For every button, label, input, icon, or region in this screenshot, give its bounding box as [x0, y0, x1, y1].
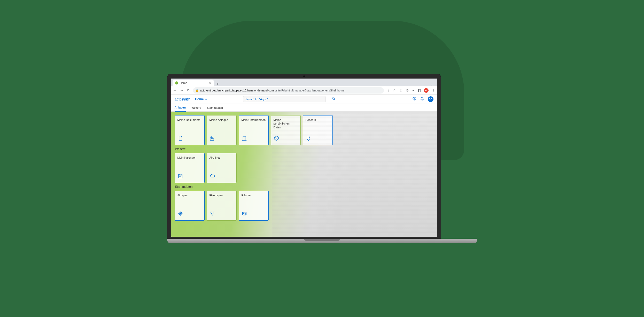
- forward-button[interactable]: →: [180, 88, 183, 92]
- home-label: Home: [195, 97, 204, 101]
- cloud-icon: [210, 173, 234, 180]
- webcam: [303, 75, 305, 77]
- svg-rect-4: [243, 136, 246, 141]
- browser-tab-strip: Home × + ⌄: [171, 79, 437, 86]
- browser-toolbar: ← → ⟳ 🔒 actovent-dev.launchpad.cfapps.eu…: [171, 86, 437, 95]
- emoji-icon[interactable]: ☺: [399, 88, 402, 92]
- search-input[interactable]: [245, 98, 323, 101]
- tile-filtertypen[interactable]: Filtertypen: [207, 191, 237, 221]
- url-path: /site/Frischtluftmanager?sap-language=en…: [275, 89, 345, 92]
- close-tab-icon[interactable]: ×: [209, 81, 211, 85]
- panel-icon[interactable]: ◧: [418, 88, 421, 92]
- snowflake-icon: [177, 211, 202, 218]
- section-title-weitere: Weitere: [175, 147, 433, 151]
- factory-icon: [210, 135, 234, 142]
- svg-point-9: [243, 213, 244, 214]
- laptop-base: [167, 239, 477, 243]
- tile-sensors[interactable]: Sensors: [303, 115, 333, 145]
- extensions-icon[interactable]: ✦: [412, 88, 415, 92]
- calendar-icon: [177, 173, 202, 180]
- tab-anlagen[interactable]: Anlagen: [175, 104, 186, 112]
- building-icon: [242, 135, 266, 142]
- tile-persoenliche-daten[interactable]: Meine persönlichen Daten: [271, 115, 301, 145]
- url-host: actovent-dev.launchpad.cfapps.eu10.hana.…: [200, 89, 274, 92]
- svg-line-1: [334, 99, 335, 100]
- tile-airthings[interactable]: Airthings: [207, 153, 237, 183]
- kebab-menu-icon[interactable]: ⋮: [432, 88, 435, 92]
- address-bar[interactable]: 🔒 actovent-dev.launchpad.cfapps.eu10.han…: [193, 87, 384, 94]
- document-icon: [177, 135, 202, 142]
- tile-airtypes[interactable]: Airtypes: [175, 191, 205, 221]
- user-avatar[interactable]: DE: [428, 96, 433, 102]
- browser-profile-badge[interactable]: D: [424, 88, 429, 93]
- reload-button[interactable]: ⟳: [187, 88, 190, 92]
- launchpad-content: Meine Dokumente Meine Anlagen Mein Unter…: [171, 112, 437, 237]
- svg-point-6: [276, 137, 277, 138]
- app-nav-tabs: Anlagen Weitere Stammdaten: [171, 104, 437, 112]
- support-icon[interactable]: [412, 97, 416, 102]
- laptop-mockup: Home × + ⌄ ← → ⟳ 🔒 actovent-dev.launchpa…: [167, 74, 477, 243]
- tab-stammdaten[interactable]: Stammdaten: [207, 104, 223, 111]
- svg-rect-7: [178, 174, 182, 178]
- search-field-wrapper: [243, 96, 326, 102]
- svg-point-0: [332, 97, 334, 99]
- tile-group-anlagen: Meine Dokumente Meine Anlagen Mein Unter…: [175, 115, 433, 145]
- tile-meine-dokumente[interactable]: Meine Dokumente: [175, 115, 205, 145]
- new-tab-button[interactable]: +: [214, 82, 221, 86]
- tile-mein-unternehmen[interactable]: Mein Unternehmen: [239, 115, 269, 145]
- app-logo[interactable]: actoVent.: [175, 97, 191, 101]
- lock-icon: 🔒: [196, 89, 199, 92]
- share-icon[interactable]: ⇧: [387, 88, 390, 92]
- star-icon[interactable]: ☆: [393, 88, 396, 92]
- tile-group-weitere: Mein Kalender Airthings: [175, 153, 433, 183]
- tab-weitere[interactable]: Weitere: [191, 104, 201, 111]
- back-button[interactable]: ←: [173, 88, 176, 92]
- browser-tab[interactable]: Home ×: [173, 80, 214, 86]
- chevron-down-icon[interactable]: ⌄: [428, 83, 436, 86]
- filter-icon: [210, 211, 234, 218]
- thermometer-icon: [306, 135, 330, 142]
- tab-title: Home: [180, 81, 187, 84]
- tile-mein-kalender[interactable]: Mein Kalender: [175, 153, 205, 183]
- home-dropdown[interactable]: Home ⌄: [195, 97, 207, 101]
- app-header: actoVent. Home ⌄: [171, 95, 437, 104]
- sync-icon[interactable]: ⊙: [406, 88, 409, 92]
- person-icon: [274, 135, 298, 142]
- tile-raeume[interactable]: Räume: [239, 191, 269, 221]
- tile-meine-anlagen[interactable]: Meine Anlagen: [207, 115, 237, 145]
- search-icon[interactable]: [332, 97, 336, 101]
- room-icon: [242, 211, 266, 218]
- section-title-stammdaten: Stammdaten: [175, 185, 433, 189]
- bell-icon[interactable]: [420, 97, 424, 102]
- svg-point-3: [414, 98, 415, 99]
- chevron-down-icon: ⌄: [205, 97, 207, 101]
- favicon: [175, 81, 178, 84]
- tile-group-stammdaten: Airtypes Filtertypen Räume: [175, 191, 433, 221]
